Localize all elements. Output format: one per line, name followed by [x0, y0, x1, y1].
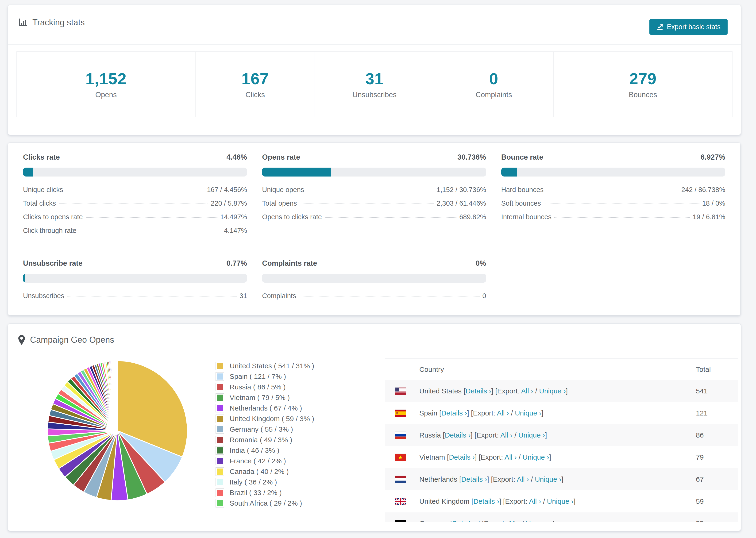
dotted-leader: [79, 231, 221, 231]
export-basic-stats-button[interactable]: Export basic stats: [649, 19, 728, 35]
legend-swatch: [216, 499, 224, 508]
rate-percent: 4.46%: [226, 153, 247, 161]
geo-table-header: Country Total: [385, 359, 738, 380]
rate-detail-value: 18 / 0%: [702, 199, 725, 207]
rate-percent: 0.77%: [226, 259, 247, 268]
legend-swatch: [216, 446, 224, 455]
dotted-leader: [59, 203, 208, 204]
rate-detail-row: Unique clicks167 / 4.456%: [23, 186, 247, 199]
ru-flag-icon: [395, 432, 406, 439]
legend-swatch: [216, 414, 224, 423]
legend-item: Canada ( 40 / 2% ): [216, 467, 314, 476]
legend-swatch: [216, 425, 224, 434]
rate-detail-label: Hard bounces: [501, 186, 544, 194]
export-all-link[interactable]: All ›: [521, 387, 533, 395]
export-unique-link[interactable]: Unique ›: [547, 497, 573, 505]
export-unique-link[interactable]: Unique ›: [515, 409, 541, 417]
export-all-link[interactable]: All ›: [517, 475, 529, 483]
progress-bar: [262, 168, 486, 177]
legend-label: Italy ( 36 / 2% ): [230, 478, 277, 486]
column-header-country: Country: [419, 365, 696, 373]
rate-detail-label: Unsubscribes: [23, 292, 64, 300]
details-link[interactable]: Details ›: [445, 431, 470, 439]
details-link[interactable]: Details ›: [441, 409, 467, 417]
export-all-link[interactable]: All ›: [529, 497, 541, 505]
legend-item: South Africa ( 29 / 2% ): [216, 499, 314, 508]
stat-value: 1,152: [85, 70, 127, 88]
legend-item: United Kingdom ( 59 / 3% ): [216, 414, 314, 423]
geo-table: Country Total United States [Details ›] …: [385, 358, 738, 522]
legend-label: South Africa ( 29 / 2% ): [230, 499, 302, 507]
export-all-link[interactable]: All ›: [500, 431, 513, 439]
rate-detail-label: Clicks to opens rate: [23, 213, 83, 221]
stat-bounces: 279 Bounces: [553, 51, 732, 117]
details-link[interactable]: Details ›: [452, 519, 478, 522]
rate-detail-value: 242 / 86.738%: [681, 186, 725, 194]
export-unique-link[interactable]: Unique ›: [523, 453, 549, 461]
details-link[interactable]: Details ›: [473, 497, 499, 505]
legend-label: Spain ( 121 / 7% ): [230, 372, 286, 381]
export-unique-link[interactable]: Unique ›: [539, 387, 566, 395]
rate-detail-label: Complaints: [262, 292, 296, 300]
rate-title: Opens rate: [262, 153, 300, 161]
legend-label: Vietnam ( 79 / 5% ): [230, 394, 290, 402]
legend-swatch: [216, 478, 224, 486]
dotted-leader: [66, 190, 204, 190]
geo-opens-pie-chart[interactable]: [45, 359, 189, 503]
rate-detail-row: Click through rate4.147%: [23, 227, 247, 241]
dotted-leader: [299, 296, 479, 296]
stat-clicks: 167 Clicks: [195, 51, 315, 117]
rate-card-unsubscribe: Unsubscribe rate 0.77% Unsubscribes31: [23, 259, 247, 306]
country-total: 541: [696, 387, 738, 395]
export-unique-link[interactable]: Unique ›: [535, 475, 561, 483]
gb-flag-icon: [395, 498, 406, 505]
legend-label: Romania ( 49 / 3% ): [230, 436, 292, 444]
rate-detail-label: Internal bounces: [501, 213, 552, 221]
rate-detail-row: Soft bounces18 / 0%: [501, 199, 725, 213]
progress-bar: [262, 274, 486, 283]
page-title: Tracking stats: [32, 18, 85, 27]
legend-item: India ( 46 / 3% ): [216, 446, 314, 455]
export-unique-link[interactable]: Unique ›: [526, 519, 553, 522]
rates-card: Clicks rate 4.46% Unique clicks167 / 4.4…: [8, 142, 740, 315]
details-link[interactable]: Details ›: [449, 453, 475, 461]
country-total: 67: [696, 475, 738, 483]
rate-detail-label: Unique opens: [262, 186, 304, 194]
details-link[interactable]: Details ›: [461, 475, 487, 483]
rate-detail-value: 14.497%: [220, 213, 247, 221]
progress-bar-fill: [23, 274, 25, 283]
legend-item: Italy ( 36 / 2% ): [216, 478, 314, 486]
rate-detail-row: Internal bounces19 / 6.81%: [501, 213, 725, 227]
stat-unsubscribes: 31 Unsubscribes: [315, 51, 434, 117]
details-link[interactable]: Details ›: [465, 387, 491, 395]
dotted-leader: [554, 217, 690, 218]
rate-title: Bounce rate: [501, 153, 543, 161]
legend-item: United States ( 541 / 31% ): [216, 362, 314, 370]
legend-label: India ( 46 / 3% ): [230, 447, 279, 455]
dotted-leader: [546, 190, 678, 190]
progress-bar-fill: [501, 168, 517, 177]
vn-flag-icon: [395, 454, 406, 461]
rate-detail-value: 1,152 / 30.736%: [436, 186, 486, 194]
rate-detail-row: Unsubscribes31: [23, 292, 247, 306]
country-total: 121: [696, 409, 738, 417]
rate-detail-label: Unique clicks: [23, 186, 63, 194]
rate-detail-label: Soft bounces: [501, 199, 541, 207]
rate-detail-label: Click through rate: [23, 227, 76, 235]
legend-item: France ( 42 / 2% ): [216, 457, 314, 465]
export-unique-link[interactable]: Unique ›: [518, 431, 545, 439]
rate-percent: 0%: [476, 259, 486, 268]
export-all-link[interactable]: All ›: [497, 409, 509, 417]
dotted-leader: [307, 190, 434, 190]
dotted-leader: [544, 203, 699, 204]
export-all-link[interactable]: All ›: [505, 453, 517, 461]
legend-swatch: [216, 362, 224, 370]
table-row: United Kingdom [Details ›] [Export: All …: [385, 490, 738, 512]
export-all-link[interactable]: All ›: [508, 519, 520, 522]
legend-label: Netherlands ( 67 / 4% ): [230, 404, 302, 412]
legend-item: Vietnam ( 79 / 5% ): [216, 394, 314, 402]
stat-value: 279: [629, 70, 657, 88]
legend-swatch: [216, 488, 224, 497]
rate-detail-row: Opens to clicks rate689.82%: [262, 213, 486, 227]
rate-detail-value: 0: [482, 292, 486, 300]
